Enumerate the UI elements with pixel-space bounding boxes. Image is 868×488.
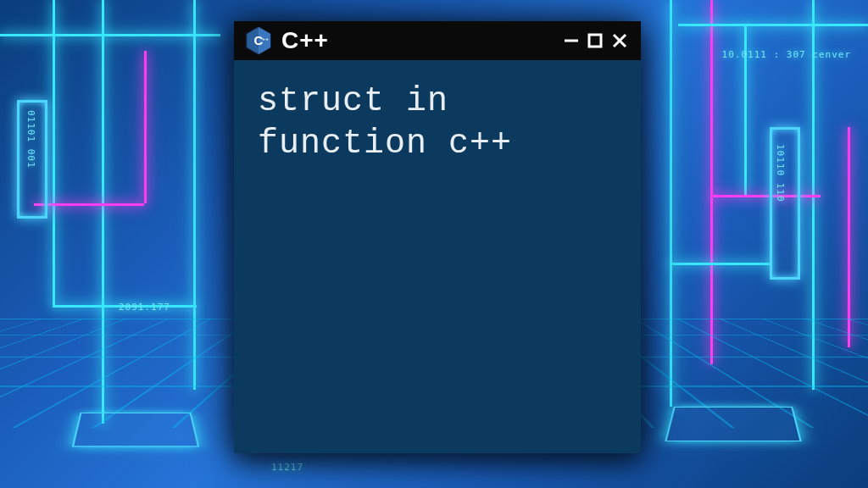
bg-text-bottom: 11217 (271, 462, 303, 473)
svg-rect-6 (589, 35, 601, 47)
bg-text-right: 10.0111 : 307 cenver (722, 49, 851, 60)
window-title: C++ (281, 27, 329, 54)
maximize-icon[interactable] (587, 32, 604, 49)
cpp-logo-icon: C + + (246, 26, 271, 55)
svg-text:+: + (265, 36, 269, 42)
close-icon[interactable] (610, 31, 629, 50)
terminal-window: C + + C++ struct in function c++ (234, 21, 641, 453)
terminal-body-text: struct in function c++ (234, 60, 641, 453)
bg-text-left: 2091.177 (119, 302, 170, 313)
minimize-icon[interactable] (563, 32, 580, 49)
titlebar[interactable]: C + + C++ (234, 21, 641, 60)
